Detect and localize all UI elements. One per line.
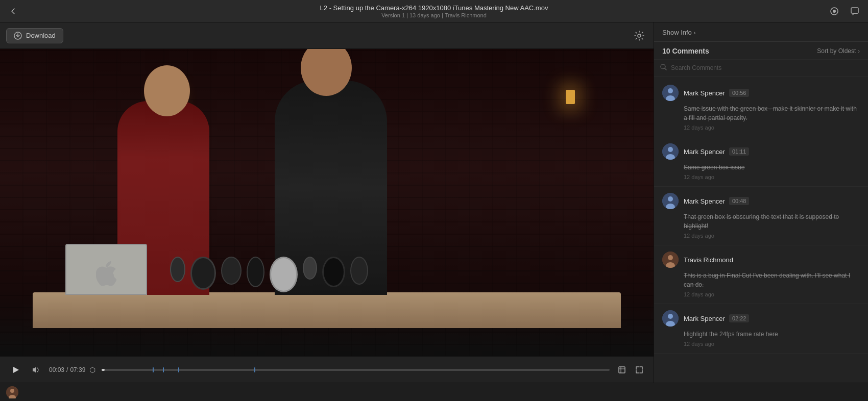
comments-panel: Show Info › 10 Comments Sort by Oldest › bbox=[654, 22, 868, 383]
video-panel: Download bbox=[0, 22, 654, 383]
comment-timestamp[interactable]: 00:56 bbox=[729, 89, 750, 97]
sort-chevron-icon: › bbox=[858, 48, 860, 54]
uploader: Travis Richmond bbox=[445, 12, 487, 18]
avatar bbox=[662, 85, 679, 101]
play-button[interactable] bbox=[8, 363, 22, 377]
comment-item: Travis Richmond This is a bug in Final C… bbox=[654, 245, 868, 304]
commenter-name: Travis Richmond bbox=[684, 256, 733, 264]
comment-text: This is a bug in Final Cut I've been dea… bbox=[684, 271, 860, 289]
commenter-name: Mark Spencer bbox=[684, 315, 725, 322]
progress-bar[interactable] bbox=[102, 369, 610, 371]
download-label: Download bbox=[26, 32, 56, 39]
avatar bbox=[662, 252, 679, 268]
sort-button[interactable]: Sort by Oldest › bbox=[817, 47, 860, 55]
comment-age: 12 days ago bbox=[684, 124, 860, 131]
progress-fill bbox=[102, 369, 105, 371]
comment-age: 12 days ago bbox=[684, 341, 860, 347]
svg-point-8 bbox=[668, 88, 673, 93]
video-placeholder bbox=[0, 49, 654, 356]
comment-text: Highlight the 24fps frame rate here bbox=[684, 330, 860, 339]
comment-marker bbox=[163, 367, 164, 372]
comment-meta: Mark Spencer 01:11 bbox=[684, 147, 860, 156]
comment-marker bbox=[254, 367, 255, 372]
days-ago: 13 days ago bbox=[409, 12, 440, 18]
version-label: Version 1 bbox=[381, 12, 405, 18]
svg-point-4 bbox=[638, 34, 641, 37]
current-time: 00:03 bbox=[49, 366, 64, 373]
commenter-name: Mark Spencer bbox=[684, 89, 725, 97]
svg-point-14 bbox=[668, 196, 673, 202]
comment-age: 12 days ago bbox=[684, 291, 860, 297]
comment-meta: Travis Richmond bbox=[684, 256, 860, 264]
speed-stepper[interactable]: ⬡ bbox=[89, 366, 95, 374]
top-bar-right bbox=[827, 4, 862, 18]
comment-timestamp[interactable]: 02:22 bbox=[729, 314, 750, 322]
avatar bbox=[662, 310, 679, 327]
video-toolbar: Download bbox=[0, 22, 654, 49]
comment-text: That green box is obscuring the text tha… bbox=[684, 212, 860, 231]
show-info-button[interactable]: Show Info › bbox=[662, 29, 696, 36]
svg-point-20 bbox=[668, 314, 673, 319]
video-overlay bbox=[0, 49, 654, 356]
player-right-buttons bbox=[616, 364, 645, 376]
svg-point-23 bbox=[10, 389, 14, 393]
video-frame bbox=[0, 49, 654, 356]
chat-icon[interactable] bbox=[848, 4, 862, 18]
svg-point-17 bbox=[668, 255, 673, 260]
user-avatar[interactable] bbox=[6, 386, 18, 398]
comments-search-bar bbox=[654, 60, 868, 77]
comment-text: Same issue with the green box - make it … bbox=[684, 104, 860, 122]
comments-list: Mark Spencer 00:56 Same issue with the g… bbox=[654, 77, 868, 383]
settings-button[interactable] bbox=[631, 28, 647, 44]
svg-rect-2 bbox=[851, 8, 858, 13]
avatar bbox=[662, 193, 679, 209]
bottom-bar bbox=[0, 383, 868, 401]
cursor-icon[interactable] bbox=[827, 4, 841, 18]
comment-marker bbox=[178, 367, 179, 372]
content-area: Download bbox=[0, 22, 868, 383]
comment-item: Mark Spencer 02:22 Highlight the 24fps f… bbox=[654, 304, 868, 354]
comment-header: Mark Spencer 00:56 bbox=[662, 85, 860, 101]
comment-timestamp[interactable]: 00:48 bbox=[729, 197, 750, 205]
player-controls: 00:03 / 07:39 ⬡ bbox=[0, 356, 654, 383]
comment-item: Mark Spencer 00:56 Same issue with the g… bbox=[654, 79, 868, 137]
time-display: 00:03 / 07:39 ⬡ bbox=[49, 366, 95, 374]
svg-rect-5 bbox=[619, 367, 625, 373]
commenter-name: Mark Spencer bbox=[684, 148, 725, 156]
video-title: L2 - Setting up the Camera-x264 1920x108… bbox=[320, 4, 548, 12]
timeline-area[interactable] bbox=[102, 365, 610, 375]
search-input[interactable] bbox=[671, 64, 862, 71]
comment-meta: Mark Spencer 00:56 bbox=[684, 89, 860, 97]
comment-marker bbox=[153, 367, 154, 372]
comment-text: Same green box issue bbox=[684, 163, 860, 172]
comment-meta: Mark Spencer 02:22 bbox=[684, 314, 860, 322]
comments-title-row: 10 Comments Sort by Oldest › bbox=[654, 42, 868, 60]
comment-header: Mark Spencer 00:48 bbox=[662, 193, 860, 209]
top-bar-left bbox=[6, 4, 20, 18]
total-time: 07:39 bbox=[70, 366, 85, 373]
top-bar-center: L2 - Setting up the Camera-x264 1920x108… bbox=[320, 4, 548, 18]
fullscreen-button[interactable] bbox=[633, 364, 645, 376]
comments-count: 10 Comments bbox=[662, 47, 709, 55]
back-button[interactable] bbox=[6, 4, 20, 18]
crop-button[interactable] bbox=[616, 364, 628, 376]
comment-age: 12 days ago bbox=[684, 174, 860, 180]
top-bar: L2 - Setting up the Camera-x264 1920x108… bbox=[0, 0, 868, 22]
svg-point-11 bbox=[668, 147, 673, 152]
time-separator: / bbox=[66, 366, 68, 373]
comment-timestamp[interactable]: 01:11 bbox=[729, 147, 750, 156]
comment-item: Mark Spencer 00:48 That green box is obs… bbox=[654, 187, 868, 245]
download-button[interactable]: Download bbox=[6, 28, 63, 43]
avatar bbox=[662, 143, 679, 160]
comment-age: 12 days ago bbox=[684, 233, 860, 239]
svg-point-1 bbox=[833, 10, 836, 13]
chevron-right-icon: › bbox=[694, 30, 696, 36]
volume-button[interactable] bbox=[29, 363, 43, 377]
comment-item: Mark Spencer 01:11 Same green box issue … bbox=[654, 137, 868, 187]
sort-label: Sort by Oldest bbox=[817, 47, 856, 55]
search-icon bbox=[660, 64, 667, 72]
comment-meta: Mark Spencer 00:48 bbox=[684, 197, 860, 205]
commenter-name: Mark Spencer bbox=[684, 197, 725, 205]
show-info-label: Show Info bbox=[662, 29, 692, 36]
comment-header: Travis Richmond bbox=[662, 252, 860, 268]
